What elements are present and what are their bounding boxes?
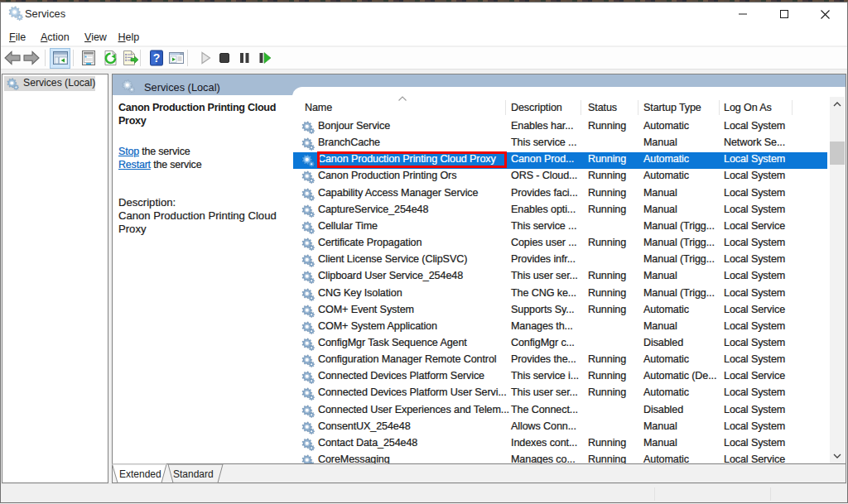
svg-text:?: ?	[153, 51, 161, 65]
